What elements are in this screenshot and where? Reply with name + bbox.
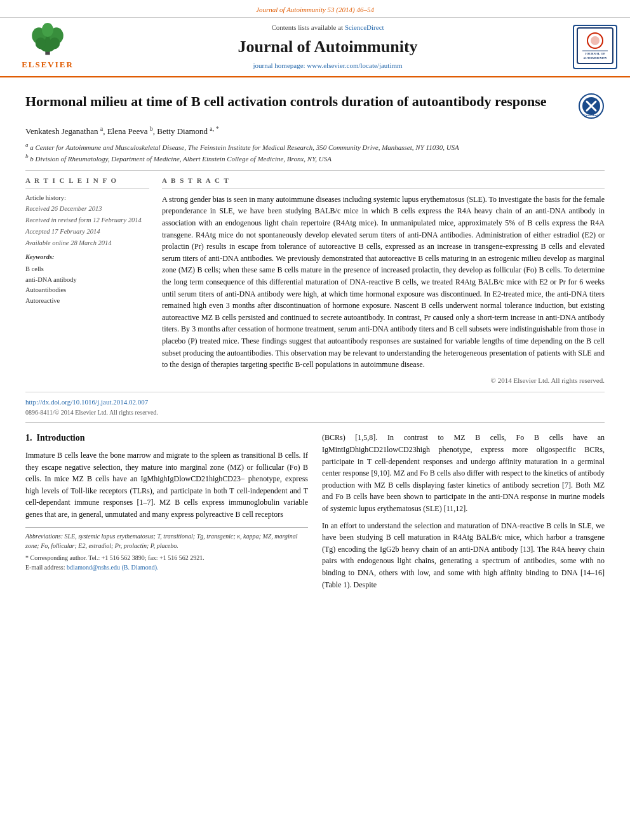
journal-homepage: journal homepage: www.elsevier.com/locat… bbox=[83, 61, 573, 70]
elsevier-label: ELSEVIER bbox=[22, 59, 74, 70]
crossmark-badge[interactable]: CrossMark bbox=[578, 93, 605, 119]
page-content: Hormonal milieu at time of B cell activa… bbox=[0, 77, 630, 609]
issn-line: 0896-8411/© 2014 Elsevier Ltd. All right… bbox=[25, 408, 605, 417]
affiliations: a a Center for Autoimmune and Musculoske… bbox=[25, 141, 605, 164]
svg-point-6 bbox=[50, 37, 60, 49]
abbrev-line: Abbreviations: SLE, systemic lupus eryth… bbox=[25, 531, 308, 550]
article-dates: Article history: Received 26 December 20… bbox=[25, 194, 149, 248]
doi-section: http://dx.doi.org/10.1016/j.jaut.2014.02… bbox=[25, 392, 605, 417]
abstract-section: A B S T R A C T A strong gender bias is … bbox=[162, 176, 605, 385]
top-banner: ELSEVIER Contents lists available at Sci… bbox=[0, 18, 630, 77]
received-date: Received 26 December 2013 bbox=[25, 204, 149, 214]
available-date: Available online 28 March 2014 bbox=[25, 239, 149, 248]
keyword-2: anti-DNA antibody bbox=[25, 276, 149, 285]
sciencedirect-link[interactable]: ScienceDirect bbox=[345, 23, 384, 31]
intro-para-1: Immature B cells leave the bone marrow a… bbox=[25, 450, 308, 521]
autoimmunity-logo-icon: JOURNAL OF AUTOIMMUNITY bbox=[576, 27, 614, 65]
sciencedirect-line: Contents lists available at ScienceDirec… bbox=[83, 23, 573, 32]
main-body: 1. Introduction Immature B cells leave t… bbox=[25, 432, 605, 596]
doi-url[interactable]: http://dx.doi.org/10.1016/j.jaut.2014.02… bbox=[25, 397, 605, 407]
intro-para-2: (BCRs) [1,5,8]. In contrast to MZ B cell… bbox=[322, 432, 605, 514]
intro-number: 1. bbox=[25, 433, 32, 443]
accepted-date: Accepted 17 February 2014 bbox=[25, 227, 149, 237]
left-column: 1. Introduction Immature B cells leave t… bbox=[25, 432, 308, 596]
paper-title: Hormonal milieu at time of B cell activa… bbox=[25, 93, 578, 111]
article-info-heading: A R T I C L E I N F O bbox=[25, 176, 149, 188]
journal-citation: Journal of Autoimmunity 53 (2014) 46–54 bbox=[256, 6, 374, 13]
keyword-3: Autoantibodies bbox=[25, 286, 149, 295]
paper-title-section: Hormonal milieu at time of B cell activa… bbox=[25, 93, 605, 119]
article-info-abstract: A R T I C L E I N F O Article history: R… bbox=[25, 176, 605, 385]
divider bbox=[25, 170, 605, 171]
keywords-label: Keywords: bbox=[25, 253, 149, 262]
authors-line: Venkatesh Jeganathan a, Elena Peeva b, B… bbox=[25, 124, 605, 138]
corr-email-line: E-mail address: bdiamond@nshs.edu (B. Di… bbox=[25, 563, 308, 572]
article-info-panel: A R T I C L E I N F O Article history: R… bbox=[25, 176, 149, 385]
elsevier-tree-icon bbox=[22, 23, 73, 58]
crossmark-icon: CrossMark bbox=[578, 93, 605, 119]
body-divider bbox=[25, 422, 605, 423]
keywords-section: Keywords: B cells anti-DNA antibody Auto… bbox=[25, 253, 149, 305]
keyword-1: B cells bbox=[25, 265, 149, 274]
history-label: Article history: bbox=[25, 194, 149, 203]
corr-line: * Corresponding author. Tel.: +1 516 562… bbox=[25, 553, 308, 563]
elsevier-logo: ELSEVIER bbox=[13, 23, 83, 70]
intro-para-3: In an effort to understand the selection… bbox=[322, 520, 605, 591]
homepage-url: www.elsevier.com/locate/jautimm bbox=[307, 62, 402, 69]
svg-point-4 bbox=[42, 23, 53, 37]
journal-center: Contents lists available at ScienceDirec… bbox=[83, 23, 573, 70]
right-column: (BCRs) [1,5,8]. In contrast to MZ B cell… bbox=[322, 432, 605, 596]
journal-title: Journal of Autoimmunity bbox=[83, 36, 573, 58]
svg-point-5 bbox=[36, 37, 46, 49]
journal-header: Journal of Autoimmunity 53 (2014) 46–54 bbox=[0, 0, 630, 18]
svg-text:JOURNAL OF: JOURNAL OF bbox=[585, 52, 605, 55]
keyword-4: Autoreactive bbox=[25, 297, 149, 306]
intro-heading: 1. Introduction bbox=[25, 432, 308, 444]
intro-title: Introduction bbox=[37, 433, 85, 443]
footnotes: Abbreviations: SLE, systemic lupus eryth… bbox=[25, 527, 308, 572]
autoimmunity-badge: JOURNAL OF AUTOIMMUNITY bbox=[573, 25, 617, 69]
abstract-text: A strong gender bias is seen in many aut… bbox=[162, 194, 605, 371]
revised-date: Received in revised form 12 February 201… bbox=[25, 216, 149, 225]
corr-email: bdiamond@nshs.edu (B. Diamond). bbox=[67, 564, 158, 571]
svg-text:CrossMark: CrossMark bbox=[584, 114, 600, 117]
svg-text:AUTOIMMUNITY: AUTOIMMUNITY bbox=[583, 57, 607, 60]
abstract-heading: A B S T R A C T bbox=[162, 176, 605, 188]
copyright-line: © 2014 Elsevier Ltd. All rights reserved… bbox=[162, 376, 605, 385]
svg-point-9 bbox=[591, 36, 600, 45]
